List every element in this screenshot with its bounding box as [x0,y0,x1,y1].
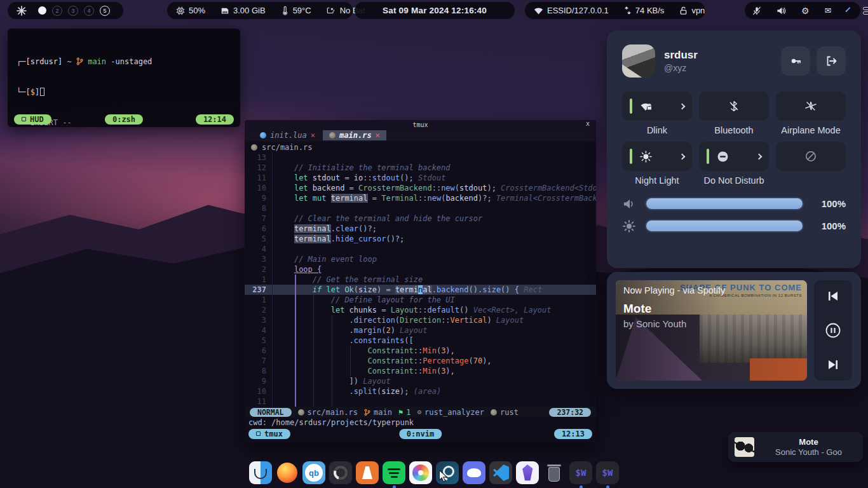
volume-slider[interactable] [645,197,804,210]
line-number: 237 [245,285,273,295]
dock-app-vscode[interactable] [489,461,512,488]
workspace-5[interactable]: 5 [100,6,110,16]
logout-button[interactable] [817,46,846,76]
track-title: Mote [623,302,725,316]
next-track-button[interactable] [827,359,839,370]
workspace-3[interactable]: 3 [68,6,78,16]
sw-app-icon: $W [596,461,619,484]
trash-icon [543,461,566,484]
notification-body: Sonic Youth - Goo [761,447,857,457]
code-editor-area[interactable]: 1312 // Initialize the terminal backend1… [245,152,596,407]
dock-app-discord[interactable] [463,461,485,488]
code-line: 7 Constraint::Percentage(70), [245,356,596,366]
code-line: 13 [245,152,596,163]
wifi-icon [534,7,543,15]
wifi-stat[interactable]: ESSID/127.0.0.1 [534,6,609,15]
dock-app-trash[interactable] [543,461,566,488]
logout-icon [825,55,837,67]
tmux-window-pill[interactable]: 0:zsh [105,114,143,125]
user-name: srdusr [664,49,698,62]
dock-app-photos[interactable] [409,461,432,488]
desktop: 2 3 4 5 50% 3.00 GiB 59°C [0,0,868,488]
window-close-button[interactable]: x [586,120,590,127]
command-line: cwd: /home/srdusr/projects/typerpunk [245,417,596,428]
dock-app-sw-1[interactable]: $W [569,461,592,488]
tab-close-icon[interactable]: × [311,131,315,140]
line-number: 9 [245,193,273,203]
blocked-icon [805,151,817,162]
airplane-off-icon [804,100,817,112]
workspace-2[interactable]: 2 [52,6,62,16]
hud-terminal-window[interactable]: ┌─[srdusr] ~ main -unstaged └─[$] -- INS… [8,29,240,127]
active-indicator [707,149,709,164]
tmux-session-pill[interactable]: tmux [248,429,290,439]
code-line: 6 terminal.clear()?; [245,224,596,234]
notification-title: Mote [761,437,857,447]
dock-app-qbittorrent[interactable]: qb [302,461,325,488]
dock-app-mpv[interactable] [329,461,352,488]
photos-icon [409,461,432,484]
line-number: 8 [245,203,273,214]
tmux-window-pill[interactable]: 0:nvim [399,429,442,439]
workspace-4[interactable]: 4 [84,6,94,16]
rust-file-icon [298,409,304,416]
lock-keys-button[interactable] [781,46,810,76]
logo-icon[interactable] [17,6,27,16]
code-line: 11 let stdout = io::stdout(); Stdout [245,173,596,183]
topbar-clock-pill[interactable]: Sat 09 Mar 2024 12:16:40 [355,2,515,19]
dock-app-obsidian[interactable] [516,461,539,488]
previous-track-button[interactable] [827,290,839,302]
vpn-stat[interactable]: vpn [679,6,705,15]
git-branch-icon [76,57,83,65]
brightness-icon [622,220,636,233]
thermometer-icon [281,6,289,15]
network-speed: 74 KB/s [624,6,665,15]
tmux-session-pill[interactable]: HUD [14,114,51,125]
indent-guide [350,346,351,376]
window-titlebar[interactable]: tmux x [245,120,596,129]
firefox-icon [276,461,299,484]
active-indicator [630,149,632,164]
vscode-icon [489,461,512,484]
toggle-airplane-mode[interactable] [776,92,846,121]
pause-button[interactable] [825,322,841,339]
tab-main-rs[interactable]: main.rs × [323,130,386,140]
toggle-blocked[interactable] [776,142,846,171]
workspace-1-active[interactable] [38,6,46,15]
media-notification[interactable]: Mote Sonic Youth - Goo [728,432,863,462]
statusline-lsp: ⚙rust_analyzer [417,408,484,417]
toggle-bluetooth[interactable] [699,92,769,121]
dock-app-firefox[interactable] [276,461,299,488]
toggle-do-not-disturb[interactable] [699,142,769,171]
speaker-icon[interactable] [776,6,786,15]
settings-gear-icon[interactable]: ⚙ [801,6,810,16]
toggle-dlink[interactable] [622,92,692,121]
microphone-muted-icon[interactable] [752,6,761,15]
buffer-tabline: init.lua × main.rs × [245,129,596,142]
line-number: 4 [245,325,273,336]
toggle-night-light[interactable] [622,142,692,171]
dock-app-sw-2[interactable]: $W [596,461,619,488]
code-line: 6 Constraint::Min(3), [245,346,596,356]
dock-app-file-manager[interactable] [249,461,272,488]
chevron-down-icon[interactable] [846,7,851,12]
mail-tray-icon[interactable]: ✉ [825,6,832,15]
chevron-right-icon [679,153,686,159]
lock-open-icon [679,6,688,15]
topbar-system-tray: ⚙ ✉ [745,2,860,19]
dock-app-vlc[interactable] [356,461,379,488]
brightness-slider[interactable] [645,219,804,233]
dock-app-spotify[interactable] [383,461,405,488]
editor-window[interactable]: tmux x init.lua × main.rs × src/main.rs [245,120,596,443]
statusline-filetype: rust [491,408,519,417]
code-line: 8 [245,203,596,214]
avatar [622,44,655,78]
notification-album-thumb [735,437,754,457]
flag-icon: ⚑ [398,408,403,417]
tab-init-lua[interactable]: init.lua × [254,130,322,140]
indent-guide [332,315,332,407]
code-line: 1 // Get the terminal size [245,274,596,285]
rust-file-icon [491,409,497,416]
sun-icon [640,151,652,163]
tab-close-icon[interactable]: × [376,131,380,140]
